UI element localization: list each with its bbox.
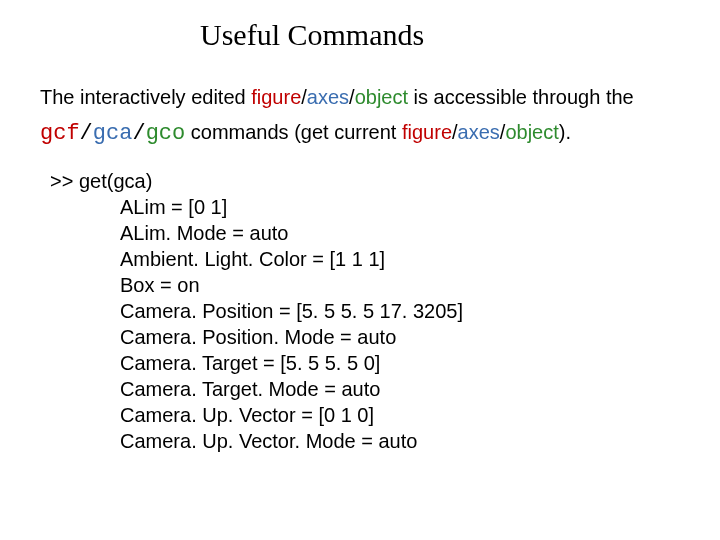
output-line: Ambient. Light. Color = [1 1 1] (120, 246, 720, 272)
separator: / (132, 121, 145, 146)
text-fragment: ). (559, 121, 571, 143)
description-paragraph: The interactively edited figure/axes/obj… (40, 80, 680, 154)
prompt-line: >> get(gca) (50, 168, 720, 194)
output-line: ALim. Mode = auto (120, 220, 720, 246)
command-gca: gca (93, 121, 133, 146)
output-line: Camera. Target. Mode = auto (120, 376, 720, 402)
text-fragment: is accessible through the (408, 86, 634, 108)
output-line: Box = on (120, 272, 720, 298)
keyword-figure: figure (251, 86, 301, 108)
slide-title: Useful Commands (200, 18, 720, 52)
output-line: Camera. Up. Vector = [0 1 0] (120, 402, 720, 428)
output-line: Camera. Up. Vector. Mode = auto (120, 428, 720, 454)
keyword-axes: axes (307, 86, 349, 108)
code-output: >> get(gca) ALim = [0 1] ALim. Mode = au… (50, 168, 720, 454)
command-gco: gco (146, 121, 186, 146)
output-line: Camera. Position. Mode = auto (120, 324, 720, 350)
output-line: ALim = [0 1] (120, 194, 720, 220)
keyword-figure: figure (402, 121, 452, 143)
output-line: Camera. Position = [5. 5 5. 5 17. 3205] (120, 298, 720, 324)
text-fragment: The interactively edited (40, 86, 251, 108)
command-gcf: gcf (40, 121, 80, 146)
output-line: Camera. Target = [5. 5 5. 5 0] (120, 350, 720, 376)
text-fragment: commands (get current (185, 121, 402, 143)
keyword-object: object (505, 121, 558, 143)
keyword-axes: axes (458, 121, 500, 143)
keyword-object: object (355, 86, 408, 108)
separator: / (80, 121, 93, 146)
